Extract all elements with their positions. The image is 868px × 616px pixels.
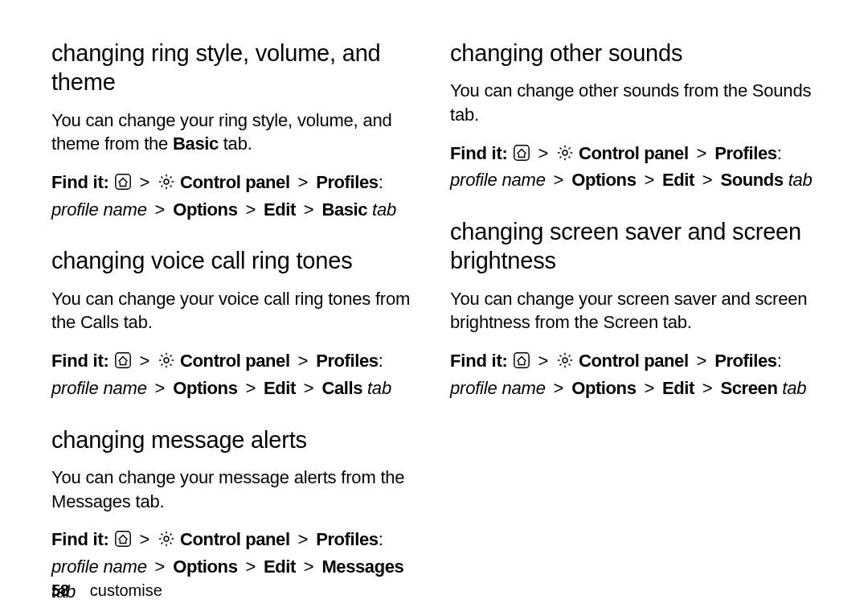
findit-label: Find it: [51, 529, 109, 549]
page: changing ring style, volume, and theme Y… [0, 0, 868, 616]
separator: > [694, 143, 710, 163]
separator: > [152, 378, 169, 398]
findit-ring-style: Find it: > Control panel > Profiles: pro… [51, 170, 418, 223]
svg-point-1 [164, 179, 169, 184]
separator: > [551, 170, 567, 190]
separator: > [694, 351, 710, 371]
separator: > [295, 172, 312, 192]
svg-point-7 [563, 150, 567, 155]
section-name: customise [90, 581, 162, 599]
svg-rect-2 [115, 353, 129, 368]
profile-name: profile name [450, 378, 546, 398]
svg-rect-4 [115, 532, 129, 546]
separator: > [699, 378, 716, 398]
columns: changing ring style, volume, and theme Y… [51, 39, 817, 616]
column-right: changing other sounds You can change oth… [450, 39, 817, 616]
findit-label: Find it: [450, 143, 508, 163]
body-message-alerts: You can change your message alerts from … [51, 466, 418, 513]
home-icon [114, 351, 132, 376]
separator: > [152, 199, 169, 220]
profiles-label: Profiles [714, 143, 777, 163]
control-panel-label: Control panel [180, 529, 290, 549]
gear-icon [556, 144, 574, 169]
heading-screen-saver: changing screen saver and screen brightn… [450, 217, 817, 276]
home-icon [114, 173, 132, 198]
heading-ring-style: changing ring style, volume, and theme [51, 39, 418, 97]
tab-name: Screen [720, 378, 777, 398]
separator: > [137, 529, 154, 549]
home-icon [513, 351, 530, 376]
separator: > [535, 351, 552, 371]
body-text-post: tab. [219, 133, 252, 154]
separator: > [551, 378, 567, 398]
tab-name: Sounds [720, 170, 783, 190]
home-icon [513, 144, 530, 169]
profiles-label: Profiles [316, 529, 379, 549]
heading-voice-call: changing voice call ring tones [51, 246, 418, 275]
profiles-label: Profiles [714, 351, 777, 371]
svg-rect-6 [514, 145, 528, 159]
gear-icon [556, 351, 574, 376]
findit-label: Find it: [51, 172, 109, 192]
separator: > [301, 556, 317, 577]
edit-label: Edit [264, 378, 296, 398]
separator: > [641, 170, 657, 190]
separator: > [641, 378, 657, 398]
control-panel-label: Control panel [579, 351, 689, 371]
separator: > [242, 378, 259, 398]
tab-name: Basic [321, 199, 367, 220]
profile-name: profile name [51, 378, 147, 398]
separator: > [242, 556, 259, 577]
heading-other-sounds: changing other sounds [450, 39, 817, 68]
tab-name: Calls [321, 378, 362, 398]
svg-point-3 [164, 358, 169, 363]
svg-point-5 [164, 536, 169, 541]
findit-screen-saver: Find it: > Control panel > Profiles: pro… [450, 349, 817, 401]
separator: > [295, 529, 312, 549]
body-ring-style: You can change your ring style, volume, … [51, 109, 418, 156]
body-voice-call: You can change your voice call ring tone… [51, 287, 418, 335]
profiles-label: Profiles [316, 172, 379, 192]
options-label: Options [173, 556, 237, 577]
tab-word: tab [367, 378, 391, 398]
heading-message-alerts: changing message alerts [51, 425, 418, 454]
findit-voice-call: Find it: > Control panel > Profiles: pro… [51, 349, 418, 401]
tab-name: Messages [321, 556, 403, 577]
gear-icon [158, 351, 175, 376]
separator: > [699, 170, 716, 190]
body-other-sounds: You can change other sounds from the Sou… [450, 79, 817, 126]
page-number: 58 [51, 581, 69, 599]
gear-icon [158, 530, 175, 555]
tab-word: tab [788, 170, 813, 190]
profiles-label: Profiles [316, 351, 379, 371]
findit-other-sounds: Find it: > Control panel > Profiles: pro… [450, 142, 817, 194]
control-panel-label: Control panel [180, 172, 290, 192]
options-label: Options [173, 378, 237, 398]
svg-rect-0 [115, 175, 129, 189]
separator: > [137, 172, 154, 192]
edit-label: Edit [662, 170, 694, 190]
profile-name: profile name [51, 556, 147, 577]
column-left: changing ring style, volume, and theme Y… [51, 39, 418, 616]
control-panel-label: Control panel [579, 143, 689, 163]
control-panel-label: Control panel [180, 351, 290, 371]
body-bold: Basic [173, 133, 219, 154]
svg-rect-8 [514, 353, 528, 368]
footer: 58 customise [51, 581, 162, 600]
separator: > [535, 143, 552, 163]
options-label: Options [571, 378, 636, 398]
edit-label: Edit [264, 199, 296, 220]
home-icon [114, 530, 132, 555]
options-label: Options [173, 199, 237, 220]
svg-point-9 [563, 358, 567, 363]
separator: > [137, 351, 154, 371]
findit-label: Find it: [51, 351, 109, 371]
separator: > [295, 351, 312, 371]
body-screen-saver: You can change your screen saver and scr… [450, 287, 817, 335]
gear-icon [158, 173, 175, 198]
profile-name: profile name [450, 170, 546, 190]
edit-label: Edit [264, 556, 296, 577]
separator: > [301, 378, 317, 398]
separator: > [242, 199, 259, 220]
separator: > [152, 556, 169, 577]
